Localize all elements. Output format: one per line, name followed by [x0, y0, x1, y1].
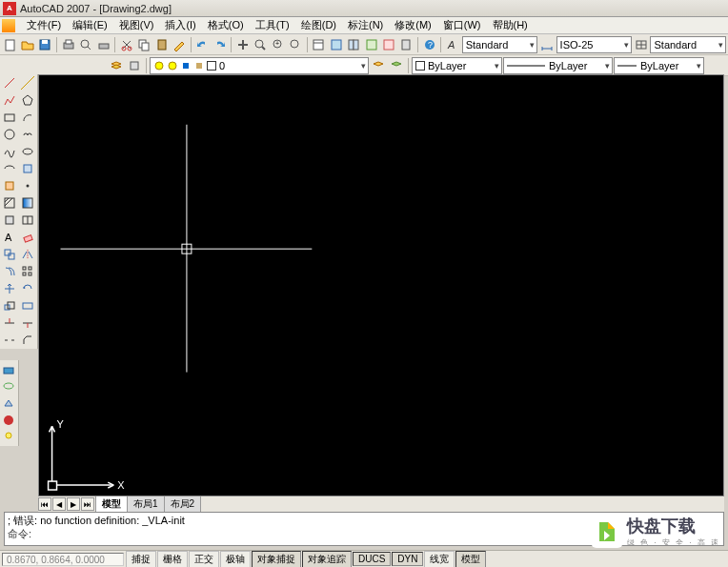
designctr-icon[interactable]	[328, 36, 344, 53]
menu-dimension[interactable]: 标注(N)	[342, 17, 389, 33]
grid-toggle[interactable]: 栅格	[157, 551, 188, 568]
undo-icon[interactable]	[194, 36, 211, 53]
linetype-dropdown[interactable]: ByLayer	[503, 57, 613, 74]
break-icon[interactable]	[0, 332, 19, 349]
region-icon[interactable]	[0, 212, 19, 229]
dim-style-dropdown[interactable]: ISO-25	[556, 36, 633, 53]
textstyle-icon[interactable]: A	[444, 36, 460, 53]
insert-icon[interactable]	[19, 160, 38, 177]
tab-nav-prev-icon[interactable]: ◀	[52, 497, 66, 511]
tab-layout2[interactable]: 布局2	[164, 496, 202, 513]
arc-icon[interactable]	[19, 109, 38, 126]
hatch-icon[interactable]	[0, 194, 19, 212]
tab-model[interactable]: 模型	[95, 496, 128, 513]
rect-icon[interactable]	[0, 109, 19, 126]
menu-modify[interactable]: 修改(M)	[389, 17, 437, 33]
erase-icon[interactable]	[19, 229, 38, 246]
xline-icon[interactable]	[19, 74, 38, 91]
tablestyle-icon[interactable]	[633, 36, 649, 53]
markup-icon[interactable]	[380, 36, 396, 53]
trim-icon[interactable]	[0, 314, 19, 332]
menu-window[interactable]: 窗口(W)	[437, 17, 487, 33]
move-icon[interactable]	[0, 280, 19, 297]
layer-dropdown[interactable]: 0	[150, 57, 369, 74]
offset-icon[interactable]	[0, 263, 19, 280]
mirror-icon[interactable]	[19, 246, 38, 263]
orbit-icon[interactable]	[0, 377, 17, 395]
mtext-icon[interactable]: A	[0, 229, 19, 246]
lineweight-dropdown[interactable]: ByLayer	[614, 57, 704, 74]
pan-icon[interactable]	[234, 36, 251, 53]
3dface-icon[interactable]	[0, 395, 17, 412]
copy-icon[interactable]	[136, 36, 152, 53]
calc-icon[interactable]	[398, 36, 415, 53]
layerprev-icon[interactable]	[370, 57, 387, 74]
zoom-prev-icon[interactable]	[287, 36, 303, 53]
gradient-icon[interactable]	[19, 194, 38, 212]
menu-view[interactable]: 视图(V)	[113, 17, 160, 33]
text-style-dropdown[interactable]: Standard	[462, 36, 538, 53]
lwt-toggle[interactable]: 线宽	[424, 551, 455, 568]
match-props-icon[interactable]	[171, 36, 187, 53]
revcloud-icon[interactable]	[19, 126, 38, 143]
menu-file[interactable]: 文件(F)	[21, 17, 67, 33]
dimstyle-icon[interactable]	[538, 36, 555, 53]
tab-nav-next-icon[interactable]: ▶	[67, 497, 80, 511]
publish-icon[interactable]	[95, 36, 111, 53]
ellipse-icon[interactable]	[19, 143, 38, 160]
model-toggle[interactable]: 模型	[455, 551, 486, 568]
snap-toggle[interactable]: 捕捉	[126, 551, 156, 568]
copy2-icon[interactable]	[0, 246, 19, 263]
circle-icon[interactable]	[0, 126, 19, 143]
scale-icon[interactable]	[0, 297, 19, 314]
new-icon[interactable]	[2, 36, 18, 53]
menu-insert[interactable]: 插入(I)	[159, 17, 201, 33]
menu-edit[interactable]: 编辑(E)	[67, 17, 113, 33]
redo-icon[interactable]	[212, 36, 228, 53]
paste-icon[interactable]	[153, 36, 170, 53]
line-icon[interactable]	[0, 74, 19, 91]
open-icon[interactable]	[19, 36, 35, 53]
properties-icon[interactable]	[311, 36, 327, 53]
spline-icon[interactable]	[0, 143, 19, 160]
dyn-toggle[interactable]: DYN	[392, 552, 423, 566]
menu-help[interactable]: 帮助(H)	[487, 17, 534, 33]
chamfer-icon[interactable]	[19, 332, 38, 349]
table-style-dropdown[interactable]: Standard	[650, 36, 726, 53]
ducs-toggle[interactable]: DUCS	[353, 552, 391, 566]
sheetset-icon[interactable]	[363, 36, 379, 53]
tab-nav-first-icon[interactable]: ⏮	[38, 497, 51, 511]
zoom-realtime-icon[interactable]	[253, 36, 269, 53]
toolpalette-icon[interactable]	[346, 36, 362, 53]
ortho-toggle[interactable]: 正交	[189, 551, 219, 568]
drawing-canvas[interactable]: X Y	[38, 74, 724, 496]
menu-format[interactable]: 格式(O)	[202, 17, 250, 33]
ellipsearc-icon[interactable]	[0, 160, 19, 177]
tab-layout1[interactable]: 布局1	[127, 496, 165, 513]
pline-icon[interactable]	[0, 91, 19, 109]
menu-tools[interactable]: 工具(T)	[250, 17, 295, 33]
menu-draw[interactable]: 绘图(D)	[295, 17, 342, 33]
wcs-icon[interactable]	[0, 360, 17, 377]
polygon-icon[interactable]	[19, 91, 38, 109]
visualstyle-icon[interactable]	[0, 412, 17, 429]
cut-icon[interactable]	[118, 36, 134, 53]
layer-props-icon[interactable]	[108, 57, 125, 74]
save-icon[interactable]	[37, 36, 53, 53]
preview-icon[interactable]	[77, 36, 93, 53]
layerfilter-icon[interactable]	[126, 57, 143, 74]
stretch-icon[interactable]	[19, 297, 38, 314]
coordinates-readout[interactable]: 0.8670, 0.8664, 0.0000	[2, 553, 124, 566]
osnap-toggle[interactable]: 对象捕捉	[252, 551, 301, 568]
zoom-window-icon[interactable]: +	[270, 36, 286, 53]
array-icon[interactable]	[19, 263, 38, 280]
extend-icon[interactable]	[19, 314, 38, 332]
help-icon[interactable]: ?	[421, 36, 437, 53]
color-dropdown[interactable]: ByLayer	[412, 57, 502, 74]
point-icon[interactable]	[19, 177, 38, 194]
tab-nav-last-icon[interactable]: ⏭	[81, 497, 94, 511]
rotate-icon[interactable]	[19, 280, 38, 297]
otrack-toggle[interactable]: 对象追踪	[302, 551, 352, 568]
block-icon[interactable]	[0, 177, 19, 194]
table-icon[interactable]	[19, 212, 38, 229]
